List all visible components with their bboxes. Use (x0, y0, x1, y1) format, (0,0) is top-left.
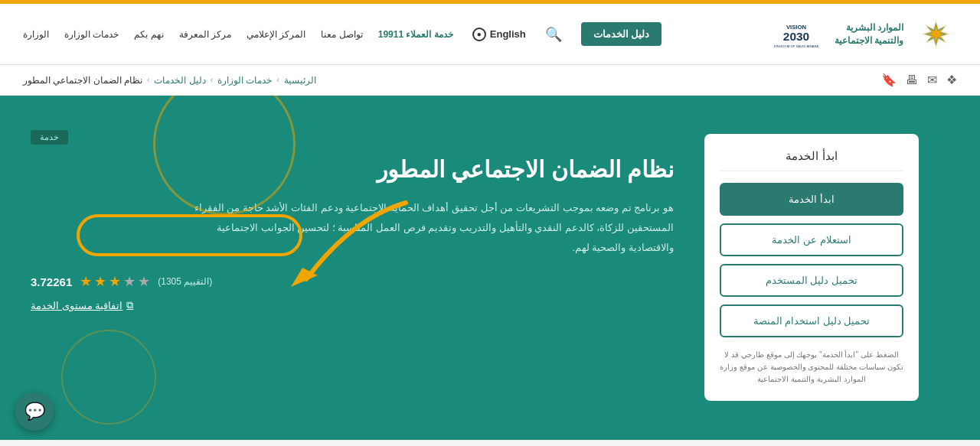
sla-link-text: اتفاقية مستوى الخدمة (31, 300, 122, 311)
print-icon[interactable]: 🖶 (906, 73, 918, 87)
breadcrumb: الرئيسية › خدمات الوزارة › دليل الخدمات … (23, 75, 316, 86)
nav-ministry[interactable]: الوزارة (23, 29, 49, 40)
vision-logo-icon: VISION 2030 KINGDOM OF SAUDI ARABIA (773, 17, 819, 51)
star-4: ★ (123, 273, 136, 290)
service-card-note: الضغط على "ابدأ الخدمة" يوجهك إلى موقع ط… (720, 349, 903, 386)
breadcrumb-actions: ❖ ✉ 🖶 🔖 (881, 73, 957, 87)
bookmark-icon[interactable]: 🔖 (881, 73, 897, 87)
sla-link[interactable]: ⧉ اتفاقية مستوى الخدمة (31, 299, 674, 311)
vision-2030-badge: VISION 2030 KINGDOM OF SAUDI ARABIA (773, 17, 819, 51)
service-card: ابدأ الخدمة ابدأ الخدمة استعلام عن الخدم… (704, 134, 919, 401)
chat-button[interactable]: 💬 (15, 392, 54, 431)
download-platform-guide-button[interactable]: تحميل دليل استخدام المنصة (720, 304, 903, 337)
share-icon[interactable]: ❖ (946, 73, 957, 87)
star-2: ★ (94, 273, 106, 290)
email-icon[interactable]: ✉ (927, 73, 937, 87)
nav-ministry-services[interactable]: خدمات الوزارة (64, 29, 119, 40)
service-description: هو برنامج تم وضعه بموجب التشريعات من أجل… (176, 198, 674, 258)
nav-contact[interactable]: تواصل معنا (321, 29, 362, 40)
svg-text:KINGDOM OF SAUDI ARABIA: KINGDOM OF SAUDI ARABIA (774, 45, 818, 49)
nav-useful[interactable]: نهم بكم (134, 29, 163, 40)
header-left: دليل الخدمات 🔍 English ● خدمة العملاء 19… (23, 22, 662, 46)
globe-icon: ● (472, 28, 486, 41)
main-content: نسخة تجريبية ابدأ الخدمة ابدأ الخدمة است… (0, 96, 980, 440)
service-info: خدمة نظام الضمان الاجتماعي المطور هو برن… (31, 119, 674, 417)
breadcrumb-ministry-services[interactable]: خدمات الوزارة (217, 75, 272, 86)
logo-area: الموارد البشرية والتنمية الاجتماعية (835, 13, 957, 55)
header-right: الموارد البشرية والتنمية الاجتماعية VISI… (773, 13, 957, 55)
language-button[interactable]: English ● (472, 28, 526, 41)
stars: ★ ★ ★ ★ ★ (80, 273, 150, 290)
logo-text: الموارد البشرية والتنمية الاجتماعية (835, 21, 903, 47)
inquire-service-button[interactable]: استعلام عن الخدمة (720, 223, 903, 256)
rating-row: (التقييم 1305) ★ ★ ★ ★ ★ 3.72261 (31, 273, 674, 290)
breadcrumb-sep-1: › (276, 76, 279, 84)
breadcrumb-current: نظام الضمان الاجتماعي المطور (23, 75, 142, 86)
nav-media[interactable]: المركز الإعلامي (247, 29, 305, 40)
english-label: English (490, 28, 526, 40)
rating-value: 3.72261 (31, 275, 72, 288)
service-badge: خدمة (31, 130, 68, 145)
breadcrumb-services-guide[interactable]: دليل الخدمات (154, 75, 205, 86)
ministry-logo-icon (915, 13, 957, 55)
start-service-button[interactable]: ابدأ الخدمة (720, 183, 903, 216)
service-title: نظام الضمان الاجتماعي المطور (31, 156, 674, 183)
rating-count: (التقييم 1305) (158, 276, 212, 287)
star-1: ★ (80, 273, 92, 290)
nav-knowledge[interactable]: مركز المعرفة (179, 29, 231, 40)
svg-text:2030: 2030 (783, 30, 809, 43)
service-card-title: ابدأ الخدمة (720, 149, 903, 171)
services-guide-button[interactable]: دليل الخدمات (581, 22, 662, 46)
breadcrumb-home[interactable]: الرئيسية (284, 75, 316, 86)
customer-service-label: خدمة العملاء 19911 (378, 29, 453, 40)
star-3: ★ (109, 273, 121, 290)
search-button[interactable]: 🔍 (545, 26, 562, 43)
download-user-guide-button[interactable]: تحميل دليل المستخدم (720, 264, 903, 297)
header: الموارد البشرية والتنمية الاجتماعية VISI… (0, 4, 980, 65)
external-link-icon: ⧉ (126, 299, 133, 311)
breadcrumb-sep-3: › (147, 76, 149, 84)
breadcrumb-sep-2: › (211, 76, 213, 84)
main-nav: خدمة العملاء 19911 تواصل معنا المركز الإ… (23, 29, 453, 40)
breadcrumb-bar: ❖ ✉ 🖶 🔖 الرئيسية › خدمات الوزارة › دليل … (0, 65, 980, 96)
star-5: ★ (138, 273, 150, 290)
